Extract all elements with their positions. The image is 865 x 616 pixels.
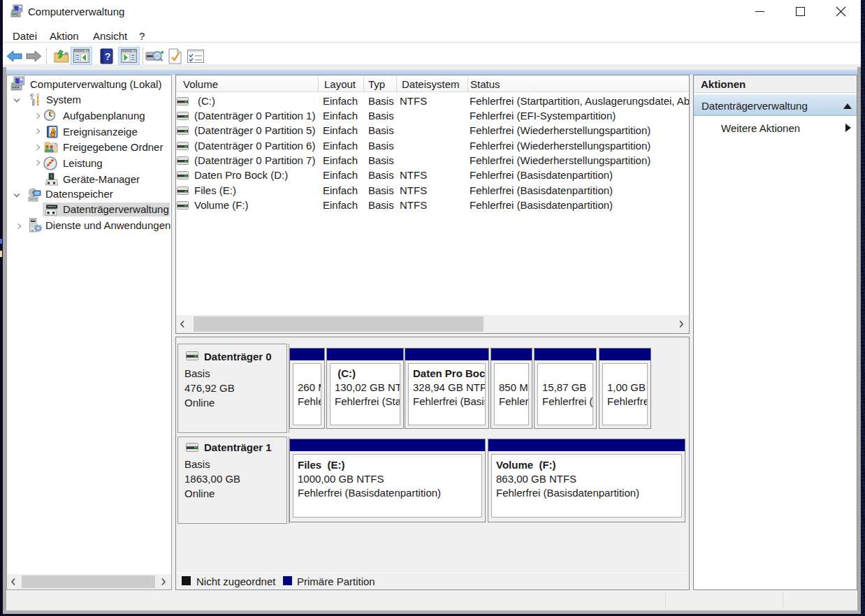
svg-text:?: ? [104,50,110,62]
